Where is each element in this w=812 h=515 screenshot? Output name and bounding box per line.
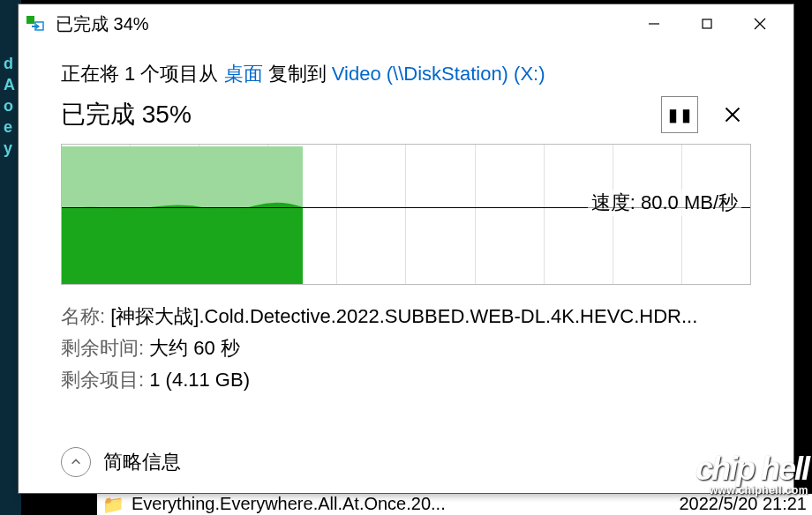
pause-button[interactable]: ▮▮ [661,96,698,133]
watermark: chip hell www.chiphell.com [695,453,808,496]
cancel-button[interactable] [714,96,751,133]
detail-items: 剩余项目: 1 (4.11 GB) [61,364,751,396]
progress-row: 已完成 35% ▮▮ [61,96,751,133]
titlebar-controls [628,6,786,41]
copy-icon [26,13,47,34]
speed-label: 速度: 80.0 MB/秒 [588,190,741,216]
details-block: 名称: [神探大战].Cold.Detective.2022.SUBBED.WE… [61,301,751,396]
titlebar: 已完成 34% [19,4,793,43]
background-file-row: 📁 Everything.Everywhere.All.At.Once.20..… [97,494,812,515]
folder-icon: 📁 [102,494,124,515]
copy-description: 正在将 1 个项目从 桌面 复制到 Video (\\DiskStation) … [61,61,751,87]
background-file-name: Everything.Everywhere.All.At.Once.20... [132,494,652,514]
progress-label: 已完成 35% [61,98,192,131]
dialog-content: 正在将 1 个项目从 桌面 复制到 Video (\\DiskStation) … [19,43,793,435]
detail-name: 名称: [神探大战].Cold.Detective.2022.SUBBED.WE… [61,301,751,332]
speed-value: 80.0 MB/秒 [641,191,738,213]
background-file-date: 2022/5/20 21:21 [652,494,807,514]
speed-prefix: 速度: [591,191,641,213]
detail-time: 剩余时间: 大约 60 秒 [61,332,751,364]
copy-prefix: 正在将 1 个项目从 [61,63,224,85]
watermark-url: www.chiphell.com [695,485,808,496]
name-label: 名称: [61,305,110,327]
name-value: [神探大战].Cold.Detective.2022.SUBBED.WEB-DL… [110,305,697,327]
svg-rect-0 [26,16,34,24]
chart-fill-lower [62,207,303,284]
toggle-details-button[interactable] [61,447,91,477]
copy-dialog: 已完成 34% 正在将 1 个项目从 桌面 复制到 Video (\\DiskS… [18,4,794,494]
chevron-up-icon [70,456,82,468]
time-label: 剩余时间: [61,337,149,359]
time-value: 大约 60 秒 [149,337,240,359]
speed-chart: 速度: 80.0 MB/秒 [61,144,751,285]
chart-fill-upper [62,146,303,207]
source-link[interactable]: 桌面 [224,63,263,85]
close-button[interactable] [733,6,786,41]
items-value: 1 (4.11 GB) [149,369,250,391]
progress-buttons: ▮▮ [661,96,751,133]
watermark-logo: chip hell [695,453,808,485]
toggle-details-label[interactable]: 简略信息 [103,449,181,475]
footer: 简略信息 [19,435,793,493]
maximize-button[interactable] [680,6,733,41]
svg-rect-3 [703,19,711,28]
titlebar-title: 已完成 34% [56,12,628,36]
minimize-button[interactable] [628,6,680,41]
items-label: 剩余项目: [61,369,149,391]
destination-link[interactable]: Video (\\DiskStation) (X:) [332,63,545,85]
copy-middle: 复制到 [263,63,332,85]
